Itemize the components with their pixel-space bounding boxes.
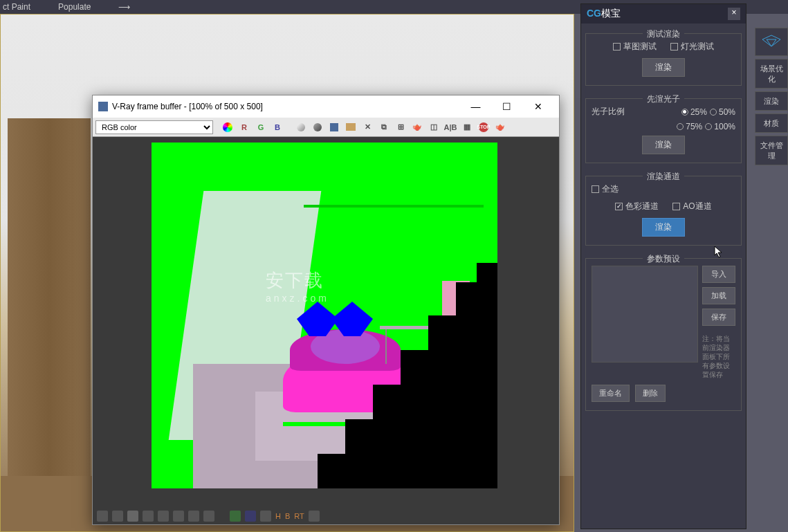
clone-icon[interactable]: ⧉ xyxy=(376,120,392,135)
sb-icon-5[interactable] xyxy=(158,511,169,522)
presets-group: 参数预设 导入 加载 保存 注：将当前渲染器面板下所有参数设置保存 重命名 删除 xyxy=(585,258,742,411)
sb-icon-1[interactable] xyxy=(97,511,108,522)
stop-icon[interactable]: STOP xyxy=(476,120,491,135)
test-render-button[interactable]: 渲染 xyxy=(642,58,685,77)
sb-icon-9[interactable] xyxy=(230,511,241,522)
delete-button[interactable]: 删除 xyxy=(635,385,666,402)
tab-file-manager[interactable]: 文件管理 xyxy=(755,136,788,165)
render-elements-group: 渲染通道 全选 色彩通道 AO通道 渲染 xyxy=(585,176,742,246)
sb-icon-2[interactable] xyxy=(112,511,123,522)
sb-icon-6[interactable] xyxy=(173,511,184,522)
ratio-50-radio[interactable]: 50% xyxy=(710,107,735,117)
channel-r[interactable]: R xyxy=(237,120,252,135)
region-icon[interactable]: ⊞ xyxy=(393,120,408,135)
teapot-render-icon[interactable]: 🫖 xyxy=(493,120,508,135)
open-icon[interactable] xyxy=(343,120,358,135)
menu-populate[interactable]: Populate xyxy=(58,2,91,12)
channel-g[interactable]: G xyxy=(253,120,268,135)
vray-toolbar: RGB color R G B ✕ ⧉ ⊞ 🫖 ◫ A|B ▦ STOP 🫖 xyxy=(93,118,559,137)
ao-channel-checkbox[interactable]: AO通道 xyxy=(672,201,711,212)
sb-b-icon[interactable]: B xyxy=(285,512,290,520)
menu-objectpaint[interactable]: ct Paint xyxy=(3,2,30,12)
history-icon[interactable]: ◫ xyxy=(426,120,441,135)
vray-app-icon xyxy=(98,102,108,111)
rename-button[interactable]: 重命名 xyxy=(592,385,630,402)
exposure-2-icon[interactable] xyxy=(310,120,325,135)
color-picker-icon[interactable] xyxy=(220,120,235,135)
save-button[interactable]: 保存 xyxy=(702,309,735,326)
compare-icon[interactable]: ▦ xyxy=(459,120,475,135)
legend-presets: 参数预设 xyxy=(643,253,684,265)
sb-rt-icon[interactable]: RT xyxy=(294,512,304,520)
vray-title: V-Ray frame buffer - [100% of 500 x 500] xyxy=(112,102,263,111)
sb-icon-12[interactable] xyxy=(309,511,320,522)
sb-h-icon[interactable]: H xyxy=(275,512,281,520)
channel-b[interactable]: B xyxy=(270,120,285,135)
import-button[interactable]: 导入 xyxy=(702,266,735,283)
legend-render-elements: 渲染通道 xyxy=(643,171,684,183)
sketch-test-checkbox[interactable]: 草图测试 xyxy=(613,41,657,53)
menu-dropdown-icon[interactable]: ⟶ xyxy=(118,2,130,12)
watermark: 安下载 anxz.com xyxy=(266,268,329,304)
test-render-group: 测试渲染 草图测试 灯光测试 渲染 xyxy=(585,33,742,86)
sb-icon-10[interactable] xyxy=(245,511,256,522)
diamond-logo-icon[interactable] xyxy=(755,28,788,56)
preset-note: 注：将当前渲染器面板下所有参数设置保存 xyxy=(702,334,735,379)
legend-test-render: 测试渲染 xyxy=(643,28,684,40)
vray-titlebar[interactable]: V-Ray frame buffer - [100% of 500 x 500]… xyxy=(93,95,559,118)
photon-ratio-label: 光子比例 xyxy=(592,106,625,118)
close-button[interactable]: ✕ xyxy=(522,96,553,117)
load-button[interactable]: 加载 xyxy=(702,287,735,304)
panel-logo: CG模宝 xyxy=(587,8,621,20)
teapot-icon[interactable]: 🫖 xyxy=(410,120,425,135)
sb-icon-7[interactable] xyxy=(188,511,199,522)
sb-icon-8[interactable] xyxy=(203,511,214,522)
sb-icon-3[interactable] xyxy=(127,511,138,522)
ratio-25-radio[interactable]: 25% xyxy=(681,107,707,117)
vray-render-output xyxy=(152,143,497,488)
cg-panel: CG模宝 × 测试渲染 草图测试 灯光测试 渲染 先渲光子 光子比例 25% xyxy=(580,3,746,529)
compare-ab-icon[interactable]: A|B xyxy=(443,120,458,135)
svg-marker-1 xyxy=(767,39,776,46)
light-test-checkbox[interactable]: 灯光测试 xyxy=(670,41,714,53)
color-channel-checkbox[interactable]: 色彩通道 xyxy=(615,201,659,212)
clear-icon[interactable]: ✕ xyxy=(360,120,375,135)
exposure-1-icon[interactable] xyxy=(293,120,309,135)
maximize-button[interactable]: ☐ xyxy=(491,96,522,117)
side-toolbar: 场景优化 渲染 材质 文件管理 xyxy=(755,28,788,165)
sb-icon-4[interactable] xyxy=(143,511,154,522)
minimize-button[interactable]: — xyxy=(460,96,491,117)
vray-canvas-area[interactable]: 安下载 anxz.com xyxy=(93,137,559,508)
panel-close-button[interactable]: × xyxy=(728,8,740,20)
ratio-100-radio[interactable]: 100% xyxy=(705,122,735,131)
panel-header[interactable]: CG模宝 × xyxy=(581,4,746,24)
vray-frame-buffer: V-Ray frame buffer - [100% of 500 x 500]… xyxy=(92,95,560,525)
ratio-75-radio[interactable]: 75% xyxy=(677,122,702,131)
select-all-checkbox[interactable]: 全选 xyxy=(592,183,619,195)
prephoton-render-button[interactable]: 渲染 xyxy=(642,136,685,154)
preset-list[interactable] xyxy=(592,266,698,363)
prephoton-group: 先渲光子 光子比例 25% 50% 75% 100% 渲染 xyxy=(585,98,742,163)
render-elements-button[interactable]: 渲染 xyxy=(642,218,685,237)
legend-prephoton: 先渲光子 xyxy=(643,93,684,105)
save-icon[interactable] xyxy=(327,120,342,135)
tab-render[interactable]: 渲染 xyxy=(755,91,788,111)
channel-select[interactable]: RGB color xyxy=(95,120,213,134)
vray-statusbar: H B RT xyxy=(93,508,559,524)
tab-scene-optimize[interactable]: 场景优化 xyxy=(755,59,788,89)
sb-icon-11[interactable] xyxy=(260,511,271,522)
svg-marker-0 xyxy=(762,35,780,46)
tab-material[interactable]: 材质 xyxy=(755,113,788,133)
